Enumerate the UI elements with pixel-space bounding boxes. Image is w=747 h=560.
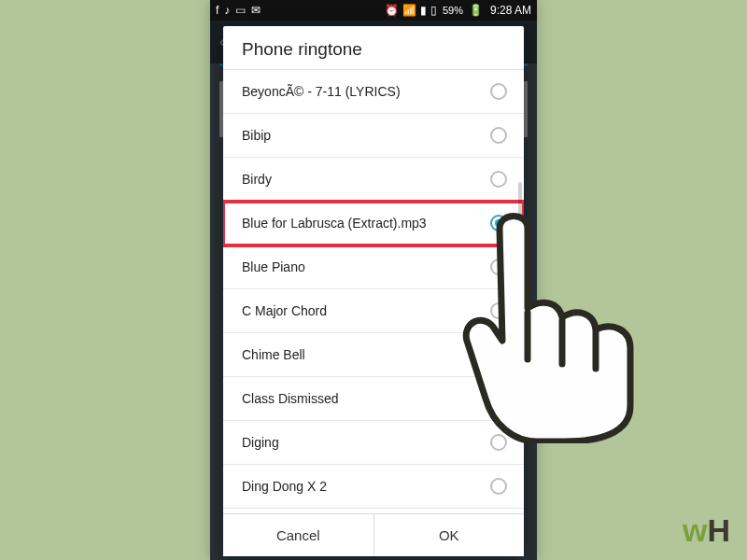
radio-icon[interactable] (490, 478, 507, 495)
ringtone-label: Chime Bell (242, 347, 490, 362)
radio-icon[interactable] (490, 127, 507, 144)
wikihow-h: H (707, 512, 730, 548)
phone-frame: f ♪ ▭ ✉ ⏰ 📶 ▮ ▯ 59% 🔋 9:28 AM ‹ P B Phon… (210, 0, 537, 560)
status-bar: f ♪ ▭ ✉ ⏰ 📶 ▮ ▯ 59% 🔋 9:28 AM (210, 0, 537, 21)
ringtone-row[interactable]: Birdy (223, 158, 524, 202)
clock: 9:28 AM (490, 4, 531, 17)
battery-icon: 🔋 (469, 5, 483, 16)
radio-icon[interactable] (490, 83, 507, 100)
radio-icon[interactable] (490, 259, 507, 275)
ringtone-row[interactable]: Bibip (223, 114, 524, 158)
status-icons-left: f ♪ ▭ ✉ (216, 5, 261, 16)
battery-percent: 59% (443, 5, 463, 16)
status-icons-right: ⏰ 📶 ▮ ▯ 59% 🔋 9:28 AM (385, 4, 531, 17)
ringtone-row[interactable]: C Major Chord (223, 289, 524, 333)
ringtone-label: BeyoncÃ© - 7-11 (LYRICS) (242, 84, 490, 99)
ringtone-label: Blue for Labrusca (Extract).mp3 (242, 216, 490, 231)
cancel-button[interactable]: Cancel (223, 514, 374, 556)
ringtone-row[interactable]: Blue for Labrusca (Extract).mp3 (223, 202, 524, 245)
ringtone-row[interactable]: BeyoncÃ© - 7-11 (LYRICS) (223, 70, 524, 114)
radio-icon[interactable] (490, 434, 507, 451)
ringtone-row[interactable]: Diging (223, 421, 524, 465)
ringtone-dialog: Phone ringtone BeyoncÃ© - 7-11 (LYRICS)B… (223, 26, 524, 556)
ringtone-label: Birdy (242, 172, 490, 187)
wikihow-logo: wH (683, 512, 730, 549)
signal-icon: ▮ (420, 5, 427, 16)
ringtone-label: Ding Dong X 2 (242, 479, 490, 494)
radio-icon[interactable] (490, 171, 507, 188)
wikihow-w: w (683, 512, 707, 548)
radio-icon[interactable] (490, 302, 507, 319)
chat-icon: ✉ (251, 5, 261, 16)
radio-icon[interactable] (490, 390, 507, 407)
music-icon: ♪ (224, 5, 230, 16)
ringtone-label: C Major Chord (242, 303, 490, 318)
ringtone-row[interactable]: Ding Dong X 2 (223, 465, 524, 509)
dialog-buttons: Cancel OK (223, 513, 524, 556)
ringtone-list[interactable]: BeyoncÃ© - 7-11 (LYRICS)BibipBirdyBlue f… (223, 70, 524, 513)
dialog-title: Phone ringtone (223, 26, 524, 69)
ok-button[interactable]: OK (374, 514, 525, 556)
ringtone-row[interactable]: Blue Piano (223, 245, 524, 289)
gallery-icon: ▭ (235, 5, 246, 16)
ringtone-label: Bibip (242, 128, 490, 143)
ringtone-label: Blue Piano (242, 259, 490, 274)
scrollbar-thumb[interactable] (518, 182, 522, 350)
radio-icon[interactable] (490, 215, 507, 231)
radio-icon[interactable] (490, 346, 507, 363)
ringtone-label: Class Dismissed (242, 391, 490, 406)
wifi-icon: 📶 (402, 5, 416, 16)
alarm-icon: ⏰ (385, 5, 399, 16)
ringtone-row[interactable]: Class Dismissed (223, 377, 524, 421)
ringtone-label: Diging (242, 435, 490, 450)
ringtone-row[interactable]: Chime Bell (223, 333, 524, 377)
sim-icon: ▯ (430, 5, 437, 16)
facebook-icon: f (216, 5, 218, 16)
